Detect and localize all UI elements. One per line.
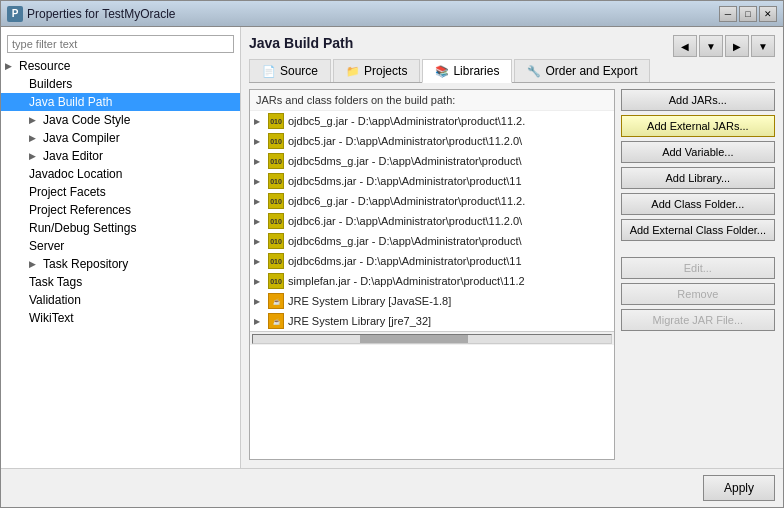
sidebar: ▶ResourceBuildersJava Build Path▶Java Co… — [1, 27, 241, 468]
sidebar-item-label: Server — [29, 239, 64, 253]
scrollbar-track[interactable] — [252, 334, 612, 344]
list-item[interactable]: ▶☕JRE System Library [JavaSE-1.8] — [250, 291, 614, 311]
list-item[interactable]: ▶010ojdbc6_g.jar - D:\app\Administrator\… — [250, 191, 614, 211]
sidebar-item-java-editor[interactable]: ▶Java Editor — [1, 147, 240, 165]
jar-item-label: ojdbc6.jar - D:\app\Administrator\produc… — [288, 215, 522, 227]
jar-item-label: ojdbc5_g.jar - D:\app\Administrator\prod… — [288, 115, 525, 127]
title-bar-controls: ─ □ ✕ — [719, 6, 777, 22]
content-panel: JARs and class folders on the build path… — [249, 89, 775, 460]
tab-projects[interactable]: 📁Projects — [333, 59, 420, 82]
migrate-jar-button: Migrate JAR File... — [621, 309, 775, 331]
scrollbar-thumb[interactable] — [360, 335, 467, 343]
horizontal-scrollbar[interactable] — [250, 331, 614, 345]
sidebar-item-java-compiler[interactable]: ▶Java Compiler — [1, 129, 240, 147]
nav-forward-button[interactable]: ▶ — [725, 35, 749, 57]
properties-window: P Properties for TestMyOracle ─ □ ✕ ▶Res… — [0, 0, 784, 508]
sidebar-item-label: Java Code Style — [43, 113, 130, 127]
sidebar-item-project-references[interactable]: Project References — [1, 201, 240, 219]
jre-icon: ☕ — [268, 313, 284, 329]
sidebar-item-label: Java Editor — [43, 149, 103, 163]
sidebar-item-validation[interactable]: Validation — [1, 291, 240, 309]
sidebar-item-java-code-style[interactable]: ▶Java Code Style — [1, 111, 240, 129]
expand-arrow-icon: ▶ — [29, 133, 39, 143]
list-item[interactable]: ▶☕JRE System Library [jre7_32] — [250, 311, 614, 331]
minimize-button[interactable]: ─ — [719, 6, 737, 22]
jar-item-label: simplefan.jar - D:\app\Administrator\pro… — [288, 275, 525, 287]
sidebar-item-task-repository[interactable]: ▶Task Repository — [1, 255, 240, 273]
add-variable-button[interactable]: Add Variable... — [621, 141, 775, 163]
nav-back-button[interactable]: ◀ — [673, 35, 697, 57]
filter-input[interactable] — [7, 35, 234, 53]
expand-arrow-icon: ▶ — [254, 117, 264, 126]
add-external-jars-button[interactable]: Add External JARs... — [621, 115, 775, 137]
list-item[interactable]: ▶010ojdbc6.jar - D:\app\Administrator\pr… — [250, 211, 614, 231]
sidebar-item-task-tags[interactable]: Task Tags — [1, 273, 240, 291]
expand-arrow-icon: ▶ — [254, 157, 264, 166]
list-item[interactable]: ▶010ojdbc5_g.jar - D:\app\Administrator\… — [250, 111, 614, 131]
nav-dropdown-button[interactable]: ▼ — [699, 35, 723, 57]
sidebar-item-server[interactable]: Server — [1, 237, 240, 255]
jar-list-area: JARs and class folders on the build path… — [249, 89, 615, 460]
add-library-button[interactable]: Add Library... — [621, 167, 775, 189]
list-item[interactable]: ▶010ojdbc5dms.jar - D:\app\Administrator… — [250, 171, 614, 191]
expand-arrow-icon: ▶ — [254, 257, 264, 266]
sidebar-item-java-build-path[interactable]: Java Build Path — [1, 93, 240, 111]
add-jars-button[interactable]: Add JARs... — [621, 89, 775, 111]
order-export-tab-label: Order and Export — [545, 64, 637, 78]
jar-icon: 010 — [268, 273, 284, 289]
source-tab-label: Source — [280, 64, 318, 78]
sidebar-item-javadoc-location[interactable]: Javadoc Location — [1, 165, 240, 183]
order-export-tab-icon: 🔧 — [527, 65, 541, 78]
expand-arrow-icon: ▶ — [254, 137, 264, 146]
close-button[interactable]: ✕ — [759, 6, 777, 22]
list-item[interactable]: ▶010ojdbc6dms.jar - D:\app\Administrator… — [250, 251, 614, 271]
expand-arrow-icon: ▶ — [254, 317, 264, 326]
edit-button: Edit... — [621, 257, 775, 279]
jar-item-label: ojdbc5.jar - D:\app\Administrator\produc… — [288, 135, 522, 147]
tab-source[interactable]: 📄Source — [249, 59, 331, 82]
jar-icon: 010 — [268, 133, 284, 149]
page-title: Java Build Path — [249, 35, 353, 51]
jar-icon: 010 — [268, 113, 284, 129]
nav-forward-dropdown-button[interactable]: ▼ — [751, 35, 775, 57]
list-item[interactable]: ▶010ojdbc5.jar - D:\app\Administrator\pr… — [250, 131, 614, 151]
list-item[interactable]: ▶010ojdbc5dms_g.jar - D:\app\Administrat… — [250, 151, 614, 171]
sidebar-item-resource[interactable]: ▶Resource — [1, 57, 240, 75]
jar-icon: 010 — [268, 173, 284, 189]
add-external-class-folder-button[interactable]: Add External Class Folder... — [621, 219, 775, 241]
sidebar-item-label: Run/Debug Settings — [29, 221, 136, 235]
tab-libraries[interactable]: 📚Libraries — [422, 59, 512, 83]
action-button-panel: Add JARs...Add External JARs...Add Varia… — [621, 89, 775, 460]
projects-tab-label: Projects — [364, 64, 407, 78]
window-icon: P — [7, 6, 23, 22]
list-label: JARs and class folders on the build path… — [250, 90, 614, 111]
jre-icon: ☕ — [268, 293, 284, 309]
sidebar-item-label: Project Facets — [29, 185, 106, 199]
libraries-tab-label: Libraries — [453, 64, 499, 78]
apply-button[interactable]: Apply — [703, 475, 775, 501]
add-class-folder-button[interactable]: Add Class Folder... — [621, 193, 775, 215]
sidebar-item-wikitext[interactable]: WikiText — [1, 309, 240, 327]
tab-order-export[interactable]: 🔧Order and Export — [514, 59, 650, 82]
sidebar-item-label: Java Compiler — [43, 131, 120, 145]
main-panel: Java Build Path ◀ ▼ ▶ ▼ 📄Source📁Projects… — [241, 27, 783, 468]
main-toolbar: Java Build Path ◀ ▼ ▶ ▼ — [249, 35, 775, 57]
list-item[interactable]: ▶010simplefan.jar - D:\app\Administrator… — [250, 271, 614, 291]
jar-icon: 010 — [268, 253, 284, 269]
sidebar-item-project-facets[interactable]: Project Facets — [1, 183, 240, 201]
jar-icon: 010 — [268, 193, 284, 209]
expand-arrow-icon: ▶ — [29, 115, 39, 125]
sidebar-item-label: Javadoc Location — [29, 167, 122, 181]
list-item[interactable]: ▶010ojdbc6dms_g.jar - D:\app\Administrat… — [250, 231, 614, 251]
jar-items-container: ▶010ojdbc5_g.jar - D:\app\Administrator\… — [250, 111, 614, 331]
sidebar-item-label: Task Tags — [29, 275, 82, 289]
jar-item-label: JRE System Library [JavaSE-1.8] — [288, 295, 451, 307]
sidebar-items-container: ▶ResourceBuildersJava Build Path▶Java Co… — [1, 57, 240, 327]
jar-item-label: ojdbc6dms_g.jar - D:\app\Administrator\p… — [288, 235, 522, 247]
sidebar-item-builders[interactable]: Builders — [1, 75, 240, 93]
sidebar-item-label: Project References — [29, 203, 131, 217]
jar-item-label: ojdbc5dms.jar - D:\app\Administrator\pro… — [288, 175, 522, 187]
sidebar-item-label: Resource — [19, 59, 70, 73]
maximize-button[interactable]: □ — [739, 6, 757, 22]
sidebar-item-run-debug-settings[interactable]: Run/Debug Settings — [1, 219, 240, 237]
